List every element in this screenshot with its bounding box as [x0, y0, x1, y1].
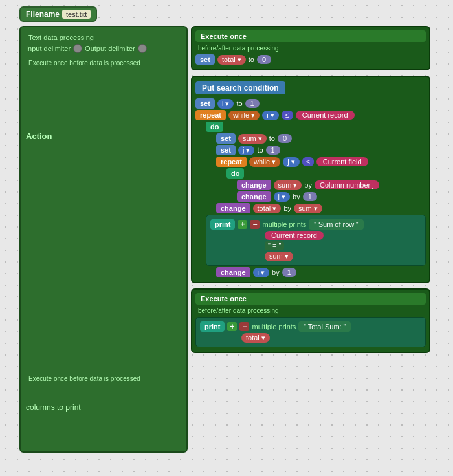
print-minus-btn[interactable]: −	[250, 220, 260, 229]
to-keyword-i: to	[236, 100, 242, 107]
print-keyword[interactable]: print	[210, 219, 235, 230]
repeat-keyword[interactable]: repeat	[195, 110, 226, 120]
set-total-row: set total ▾ to 0	[195, 54, 426, 65]
change-keyword-i[interactable]: change	[216, 267, 250, 277]
multiple-prints-text: multiple prints	[262, 221, 306, 228]
sum-of-row-pill: " Sum of row "	[309, 219, 363, 230]
print-plus-btn-bottom[interactable]: +	[227, 322, 237, 331]
sum-var-pill3[interactable]: sum ▾	[294, 204, 322, 213]
sum-var-pill[interactable]: sum ▾	[238, 134, 267, 144]
before-after-bottom-label: before/after data processing	[195, 307, 426, 315]
eq-string-pill: " = "	[265, 241, 284, 250]
while-pill-j[interactable]: while ▾	[249, 157, 280, 167]
print-minus-btn-bottom[interactable]: −	[239, 322, 249, 331]
j-var-pill[interactable]: j ▾	[238, 146, 255, 155]
while-pill[interactable]: while ▾	[228, 111, 260, 120]
input-delimiter-label: Input delimiter	[26, 45, 71, 52]
leq-pill-j: ≤	[302, 157, 314, 166]
print-row-sum: sum ▾	[210, 252, 421, 261]
change-i-row: change i ▾ by 1	[216, 267, 426, 277]
repeat-while-row: repeat while ▾ i ▾ ≤ Current record	[195, 110, 426, 120]
set-j-row: set j ▾ to 1	[216, 145, 426, 155]
execute-once-top-header: Execute once	[195, 30, 426, 42]
execute-once-top: Execute once before/after data processin…	[191, 26, 430, 70]
before-after-top-label: before/after data processing	[195, 44, 426, 52]
leq-pill: ≤	[282, 111, 293, 120]
do-keyword-inner[interactable]: do	[226, 168, 244, 178]
total-var-pill2[interactable]: total ▾	[253, 204, 282, 213]
left-panel: Text data processing Input delimiter Out…	[19, 26, 188, 453]
do-inner-block: do change sum ▾ by Column number j chang…	[226, 168, 426, 202]
print-block-bottom: print + − multiple prints " Total Sum: "…	[195, 317, 426, 347]
filename-value[interactable]: test.txt	[62, 10, 91, 19]
total-value-top[interactable]: 0	[257, 55, 271, 64]
to-keyword-top: to	[249, 56, 254, 63]
output-delimiter-label: Output delimiter	[85, 45, 135, 52]
do-keyword-row: do	[206, 122, 426, 132]
execute-once-before-label2-left: Execute once before data is processed	[26, 374, 181, 384]
set-keyword-top[interactable]: set	[195, 54, 215, 65]
set-keyword-sum[interactable]: set	[216, 133, 236, 144]
print-row-current-record: Current record	[210, 231, 421, 240]
change-j-row: change j ▾ by 1	[237, 191, 426, 202]
output-delimiter-btn[interactable]	[138, 44, 147, 53]
set-keyword-j[interactable]: set	[216, 145, 236, 155]
set-i-row: set i ▾ to 1	[195, 98, 426, 109]
column-number-pill[interactable]: Column number j	[315, 180, 379, 189]
by-keyword2: by	[293, 193, 300, 200]
search-condition-row: Put search condition	[195, 81, 426, 97]
sum-var-pill2[interactable]: sum ▾	[274, 180, 302, 190]
current-record-pill2[interactable]: Current record	[265, 231, 324, 240]
i-var-pill[interactable]: i ▾	[217, 99, 234, 109]
i-value[interactable]: 1	[245, 99, 260, 108]
total-sum-str-text: Total Sum:	[308, 323, 342, 330]
filename-bar: Filename test.txt	[19, 6, 97, 22]
by-keyword4: by	[272, 268, 280, 276]
j-var-pill3[interactable]: j ▾	[274, 192, 291, 202]
multiple-prints-text-bottom: multiple prints	[252, 323, 296, 330]
print-bottom-row-header: print + − multiple prints " Total Sum: "	[200, 321, 421, 332]
do-keyword-inner-row: do	[226, 168, 426, 178]
change-keyword-total[interactable]: change	[216, 203, 250, 213]
search-condition-block[interactable]: Put search condition	[195, 81, 285, 94]
current-record-pill[interactable]: Current record	[296, 111, 355, 120]
execute-once-bottom: Execute once before/after data processin…	[191, 288, 430, 353]
print-row-header: print + − multiple prints " Sum of row "	[210, 219, 421, 230]
current-field-pill[interactable]: Current field	[316, 157, 368, 166]
change-total-row: change total ▾ by sum ▾	[216, 203, 426, 213]
right-area: Execute once before/after data processin…	[191, 26, 430, 358]
sum-var-pill4[interactable]: sum ▾	[265, 252, 293, 261]
total-var-pill-bottom[interactable]: total ▾	[241, 333, 270, 343]
set-keyword-i[interactable]: set	[195, 98, 215, 109]
to-keyword-j: to	[257, 146, 263, 154]
print-row-eq: " = "	[210, 241, 421, 250]
delimiter-row: Input delimiter Output delimiter	[26, 44, 181, 53]
j-var-pill2[interactable]: j ▾	[283, 157, 300, 167]
execute-once-bottom-header: Execute once	[195, 293, 426, 305]
do-outer-block: do set sum ▾ to 0 set j ▾ to 1	[206, 122, 426, 277]
sum-of-row-text: Sum of row	[318, 221, 355, 228]
print-keyword-bottom[interactable]: print	[200, 321, 225, 332]
to-keyword-sum: to	[269, 135, 275, 142]
total-sum-str-pill: " Total Sum: "	[298, 321, 351, 332]
print-plus-btn[interactable]: +	[238, 220, 247, 229]
total-var-top[interactable]: total ▾	[217, 55, 246, 65]
columns-to-print-label: columns to print	[26, 403, 181, 412]
sum-value[interactable]: 0	[278, 134, 292, 143]
action-label: Action	[26, 131, 181, 141]
change-keyword-sum[interactable]: change	[237, 180, 271, 190]
action-container: Put search condition set i ▾ to 1 repeat…	[191, 76, 430, 283]
input-delimiter-btn[interactable]	[73, 44, 82, 53]
change-sum-row: change sum ▾ by Column number j	[237, 180, 426, 190]
print-block: print + − multiple prints " Sum of row "…	[206, 215, 426, 266]
do-keyword[interactable]: do	[206, 122, 223, 132]
i-var-pill4[interactable]: i ▾	[253, 268, 270, 277]
i-inc-val[interactable]: 1	[282, 268, 296, 277]
change-keyword-j[interactable]: change	[237, 191, 271, 202]
execute-once-before-label-left: Execute once before data is processed	[26, 58, 181, 68]
set-sum-row: set sum ▾ to 0	[216, 133, 426, 144]
j-inc-val[interactable]: 1	[303, 192, 317, 201]
repeat-keyword-j[interactable]: repeat	[216, 157, 247, 167]
i-var-pill2[interactable]: i ▾	[262, 111, 279, 120]
j-value[interactable]: 1	[266, 146, 280, 155]
